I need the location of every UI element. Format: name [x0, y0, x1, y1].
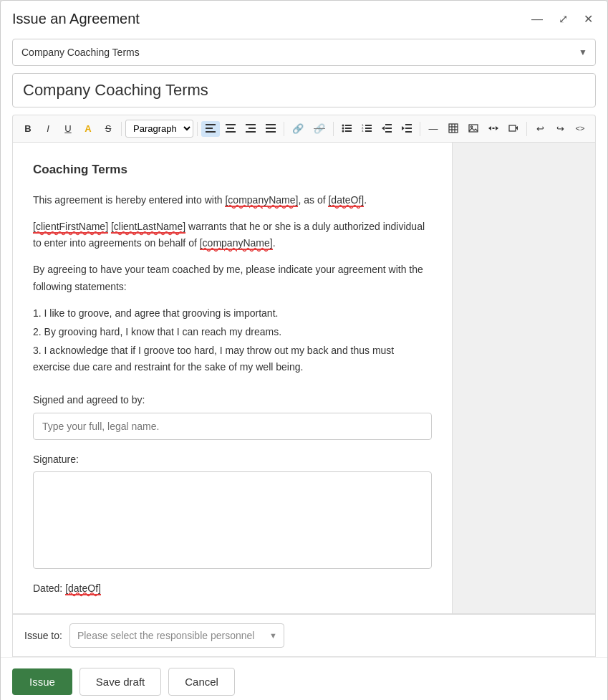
- svg-rect-13: [345, 125, 352, 126]
- image-button[interactable]: [464, 121, 483, 137]
- client-firstname-var: [clientFirstName]: [33, 221, 108, 234]
- svg-rect-31: [405, 131, 412, 133]
- outdent-button[interactable]: [377, 121, 396, 137]
- cancel-button[interactable]: Cancel: [168, 668, 235, 696]
- bold-button[interactable]: B: [19, 121, 37, 136]
- table-button[interactable]: [444, 120, 463, 138]
- signature-box[interactable]: [33, 471, 432, 569]
- svg-rect-32: [449, 124, 458, 133]
- close-button[interactable]: ✕: [581, 12, 596, 27]
- content-para-3: By agreeing to have your team coached by…: [33, 262, 432, 294]
- svg-rect-10: [266, 128, 276, 129]
- minimize-button[interactable]: —: [529, 12, 546, 27]
- signed-section: Signed and agreed to by: Signature: Date…: [33, 392, 432, 596]
- doc-title-input[interactable]: [12, 73, 596, 107]
- redo-button[interactable]: ↪: [551, 121, 569, 136]
- toolbar-divider-6: [526, 122, 527, 136]
- signed-name-input[interactable]: [33, 413, 432, 440]
- toolbar-divider-4: [333, 122, 334, 136]
- toolbar-divider-2: [197, 122, 198, 136]
- toolbar-divider-5: [420, 122, 420, 136]
- svg-rect-25: [385, 124, 392, 125]
- restore-button[interactable]: ⤢: [556, 12, 571, 27]
- svg-rect-26: [385, 128, 392, 129]
- issue-button[interactable]: Issue: [12, 668, 72, 695]
- list-item: 3. I acknowledge that if I groove too ha…: [33, 342, 432, 375]
- svg-rect-4: [227, 128, 234, 129]
- highlight-button[interactable]: A: [79, 121, 97, 136]
- content-para-2: [clientFirstName] [clientLastName] warra…: [33, 219, 432, 251]
- dated-line: Dated: [dateOf]: [33, 580, 432, 596]
- content-list: 1. I like to groove, and agree that groo…: [33, 305, 432, 375]
- horizontal-rule-button[interactable]: —: [424, 121, 443, 136]
- link-button[interactable]: 🔗: [288, 121, 308, 136]
- save-draft-button[interactable]: Save draft: [79, 668, 161, 696]
- svg-rect-41: [493, 128, 495, 129]
- issue-to-select[interactable]: Please select the responsible personnel: [69, 623, 284, 648]
- signed-label: Signed and agreed to by:: [33, 392, 432, 408]
- issue-to-label: Issue to:: [24, 630, 62, 641]
- svg-rect-19: [365, 125, 372, 126]
- modal-header: Issue an Agreement — ⤢ ✕: [1, 1, 607, 34]
- svg-marker-28: [402, 126, 405, 130]
- editor-content[interactable]: Coaching Terms This agreement is hereby …: [13, 143, 452, 613]
- ordered-list-button[interactable]: 1.2.3.: [357, 121, 376, 137]
- svg-rect-6: [246, 124, 256, 125]
- svg-rect-9: [266, 124, 276, 125]
- svg-rect-3: [226, 124, 236, 125]
- svg-rect-15: [345, 128, 352, 129]
- unordered-list-button[interactable]: [337, 121, 356, 137]
- svg-point-12: [342, 124, 344, 126]
- doc-title-wrapper: [12, 73, 596, 107]
- modal-footer: Issue Save draft Cancel: [1, 657, 607, 700]
- video-button[interactable]: [504, 121, 523, 137]
- svg-marker-24: [382, 126, 385, 130]
- align-justify-button[interactable]: [261, 121, 280, 137]
- svg-rect-29: [405, 124, 412, 125]
- align-center-button[interactable]: [221, 121, 240, 137]
- date-of-var-1: [dateOf]: [328, 194, 364, 207]
- company-name-var-2: [companyName]: [200, 237, 273, 250]
- source-button[interactable]: <>: [571, 122, 589, 135]
- svg-rect-5: [226, 131, 236, 133]
- company-name-var-1: [companyName]: [225, 194, 298, 207]
- template-select-wrapper: Company Coaching Terms ▼: [12, 39, 596, 66]
- indent-button[interactable]: [397, 121, 416, 137]
- italic-button[interactable]: I: [39, 121, 57, 136]
- svg-rect-21: [365, 128, 372, 129]
- content-para-1: This agreement is hereby entered into wi…: [33, 192, 432, 208]
- issue-to-select-wrapper: Please select the responsible personnel …: [69, 623, 284, 648]
- svg-rect-23: [365, 130, 372, 132]
- toolbar-divider-3: [284, 122, 284, 136]
- window-controls: — ⤢ ✕: [529, 12, 596, 27]
- signature-label: Signature:: [33, 451, 432, 467]
- align-left-button[interactable]: [201, 121, 220, 137]
- svg-rect-0: [206, 124, 216, 125]
- strikethrough-button[interactable]: S: [99, 121, 117, 136]
- template-select[interactable]: Company Coaching Terms: [12, 39, 596, 66]
- svg-rect-37: [469, 125, 478, 132]
- svg-marker-39: [488, 126, 491, 130]
- svg-text:3.: 3.: [362, 129, 364, 133]
- embed-button[interactable]: [484, 121, 503, 137]
- svg-rect-11: [266, 131, 276, 133]
- svg-rect-1: [206, 128, 213, 129]
- align-right-button[interactable]: [241, 121, 260, 137]
- unlink-button[interactable]: 🔗: [309, 121, 329, 136]
- editor-area: Coaching Terms This agreement is hereby …: [12, 142, 596, 614]
- modal-title: Issue an Agreement: [12, 11, 140, 27]
- svg-rect-30: [405, 128, 412, 129]
- svg-rect-27: [385, 131, 392, 133]
- paragraph-select[interactable]: Paragraph: [125, 120, 193, 138]
- editor-sidebar: [452, 143, 595, 613]
- undo-button[interactable]: ↩: [531, 121, 549, 136]
- client-lastname-var: [clientLastName]: [111, 221, 185, 234]
- list-item: 1. I like to groove, and agree that groo…: [33, 305, 432, 321]
- underline-button[interactable]: U: [59, 121, 77, 136]
- svg-rect-8: [246, 131, 256, 133]
- issue-agreement-modal: Issue an Agreement — ⤢ ✕ Company Coachin…: [0, 0, 608, 700]
- svg-rect-42: [509, 125, 516, 131]
- svg-marker-40: [496, 126, 498, 130]
- svg-point-16: [342, 130, 344, 132]
- date-of-var-2: [dateOf]: [65, 582, 101, 595]
